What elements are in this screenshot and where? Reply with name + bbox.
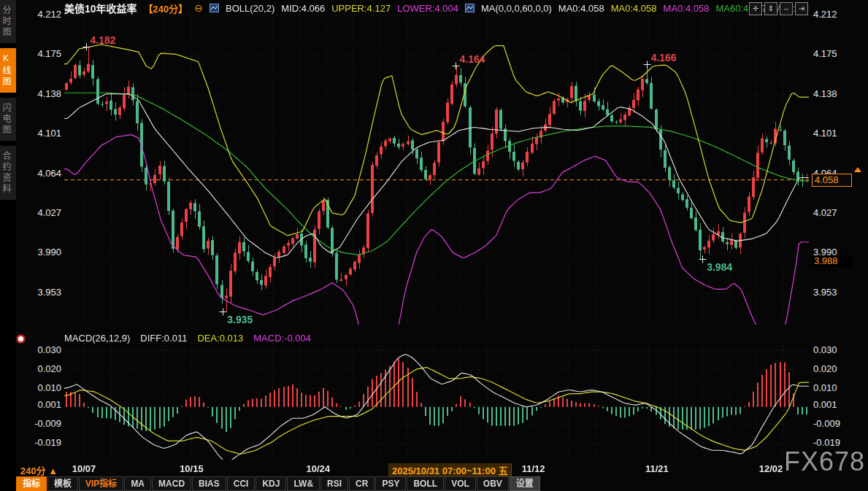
boll-indicator-icon[interactable] (210, 4, 219, 12)
macd-y-label: 0.001 (20, 399, 61, 411)
price-annotation: 3.935 (227, 314, 253, 325)
toolbar-item-BIAS[interactable]: BIAS (192, 476, 226, 491)
sidebar-tab-2[interactable]: 闪电图 (0, 98, 16, 141)
main-y-label: 4.101 (813, 128, 857, 139)
current-price-marker: 4.058 (812, 174, 852, 187)
ma-indicator-icon[interactable] (465, 4, 475, 12)
toolbar-item-CCI[interactable]: CCI (227, 476, 256, 491)
toolbar-item-PSY[interactable]: PSY (375, 476, 406, 491)
time-tick: 11/21 (645, 463, 669, 474)
macd-y-label: -0.009 (20, 418, 61, 430)
indicator-dot-icon[interactable] (17, 335, 25, 343)
main-y-label: 4.101 (20, 128, 61, 139)
main-y-label: 3.990 (20, 247, 61, 258)
toolbar-item-KDJ[interactable]: KDJ (256, 476, 286, 491)
sidebar-tab-1[interactable]: K线图 (0, 48, 16, 93)
period-label: 【240分】 (144, 1, 188, 15)
time-tick: 12/02 (759, 463, 783, 474)
toolbar-item-设置[interactable]: 设置 (510, 476, 540, 491)
macd-dea-value: DEA:0.013 (197, 333, 243, 344)
toolbar-item-BOLL[interactable]: BOLL (407, 476, 444, 491)
boll-mid-value: MID:4.066 (281, 3, 325, 14)
main-y-label: 4.212 (20, 9, 61, 20)
macd-y-label: 0.030 (20, 344, 61, 356)
scale-y-icon[interactable]: ⇕ (764, 2, 777, 15)
macd-y-label: 0.030 (813, 344, 857, 356)
time-axis: 240分 ▲ 10/0710/1510/242025/10/31 07:00~1… (0, 462, 868, 476)
price-arrow-icon (854, 167, 861, 172)
toolbar-item-MACD[interactable]: MACD (152, 476, 191, 491)
ma-value-label: MA0:4.058 (664, 3, 710, 14)
price-annotation: 4.166 (651, 52, 677, 63)
macd-header: MACD(26,12,9) DIFF:0.011 DEA:0.013 MACD:… (64, 332, 321, 344)
sidebar-tab-0[interactable]: 分时图 (0, 0, 16, 43)
time-tick: 10/07 (72, 463, 96, 474)
price-annotation: 4.164 (460, 53, 485, 65)
time-tick: 10/24 (307, 463, 331, 474)
ma-value-label: MA0:4.058 (611, 3, 657, 14)
timeframe-label[interactable]: 240分 ▲ (20, 463, 58, 477)
price-annotation: 3.984 (707, 261, 732, 273)
main-y-label: 4.175 (20, 48, 61, 60)
main-chart-canvas[interactable] (64, 10, 809, 325)
toolbar-item-RSI[interactable]: RSI (320, 476, 348, 491)
macd-y-label: -0.019 (20, 437, 61, 449)
ma-value-label: MA0:4.058 (558, 3, 604, 14)
macd-y-label: 0.020 (20, 363, 61, 375)
main-y-label: 4.212 (813, 9, 857, 20)
toolbar-item-模板[interactable]: 模板 (47, 476, 78, 491)
macd-y-label: 0.001 (813, 399, 857, 411)
pan-icon[interactable]: ✛ (749, 2, 762, 15)
macd-y-label: 0.020 (813, 363, 857, 375)
secondary-price-marker: 3.988 (812, 255, 852, 267)
indicator-toolbar: 指标模板VIP指标MAMACDBIASCCIKDJLW&RSICRPSYBOLL… (16, 476, 541, 491)
main-y-label: 3.953 (813, 287, 857, 298)
toolbar-item-VOL[interactable]: VOL (445, 476, 476, 491)
main-y-label: 3.953 (20, 287, 61, 298)
macd-y-label: 0.010 (813, 382, 857, 394)
main-y-label: 4.138 (813, 88, 857, 100)
time-tick-highlight: 2025/10/31 07:00~11:00 五 (388, 463, 512, 477)
chart-tools: ✛⇕⇔⇥ (749, 2, 808, 15)
price-annotation: 4.182 (91, 34, 116, 46)
chart-header: 美债10年收益率 【240分】 ⊖ BOLL(20,2) MID:4.066 U… (64, 2, 809, 14)
latest-icon[interactable]: ⇥ (795, 2, 808, 15)
boll-upper-value: UPPER:4.127 (331, 3, 391, 14)
toolbar-item-MA[interactable]: MA (124, 476, 151, 491)
time-tick: 11/12 (522, 463, 545, 474)
main-y-label: 4.175 (813, 48, 857, 60)
toolbar-item-VIP指标[interactable]: VIP指标 (79, 476, 123, 491)
macd-name: MACD(26,12,9) (64, 333, 130, 344)
macd-y-label: -0.009 (813, 418, 857, 430)
boll-name: BOLL(20,2) (226, 3, 274, 14)
collapse-icon[interactable]: ⊖ (194, 2, 203, 14)
macd-diff-value: DIFF:0.011 (140, 333, 187, 344)
chart-application: 分时图K线图闪电图合约资料 美债10年收益率 【240分】 ⊖ BOLL(20,… (0, 0, 868, 491)
scale-x-icon[interactable]: ⇔ (780, 2, 793, 15)
instrument-title: 美债10年收益率 (64, 1, 137, 15)
macd-chart-canvas[interactable] (64, 343, 809, 460)
toolbar-item-LW&[interactable]: LW& (287, 476, 320, 491)
main-y-label: 4.027 (813, 207, 857, 219)
sidebar-tab-3[interactable]: 合约资料 (0, 146, 16, 200)
macd-hist-value: MACD:-0.004 (253, 333, 311, 344)
sidebar: 分时图K线图闪电图合约资料 (0, 0, 16, 491)
ma-name: MA(0,0,0,60,0,0) (481, 3, 552, 14)
toolbar-item-OBV[interactable]: OBV (477, 476, 509, 491)
time-tick: 10/15 (180, 463, 204, 474)
main-y-label: 4.138 (20, 88, 61, 100)
macd-y-label: 0.010 (20, 382, 61, 394)
boll-lower-value: LOWER:4.004 (397, 3, 458, 14)
main-y-label: 4.027 (20, 207, 61, 219)
toolbar-item-指标[interactable]: 指标 (16, 476, 47, 491)
main-y-label: 4.064 (20, 168, 61, 179)
toolbar-item-CR[interactable]: CR (349, 476, 375, 491)
